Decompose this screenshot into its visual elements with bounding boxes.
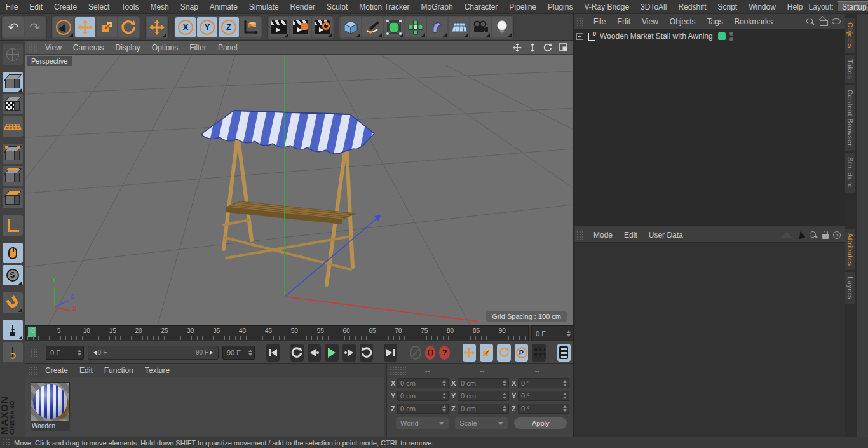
model-mode-button[interactable] <box>3 72 23 92</box>
tab-structure[interactable]: Structure <box>845 153 855 193</box>
material-thumbnail[interactable]: Wooden <box>31 382 71 433</box>
workplane-align-button[interactable] <box>3 342 23 362</box>
material-menu-item[interactable]: Create <box>39 363 74 377</box>
live-selection-button[interactable] <box>53 17 74 37</box>
viewport-canvas[interactable]: Perspective Grid Spacing : 100 cm Y Z X <box>25 55 573 325</box>
tab-objects[interactable]: Objects <box>845 18 855 53</box>
spinner[interactable] <box>503 380 508 386</box>
panel-grip[interactable] <box>28 366 37 375</box>
viewport-menu-item[interactable]: Cameras <box>67 41 110 55</box>
expand-icon[interactable] <box>576 33 583 40</box>
lock-icon[interactable] <box>822 234 829 239</box>
attribute-menu-item[interactable]: Mode <box>588 228 618 242</box>
tweak-mode-button[interactable] <box>3 243 23 263</box>
tab-layers[interactable]: Layers <box>845 272 855 304</box>
menubar-item[interactable]: File <box>0 0 24 14</box>
menubar-item[interactable]: Pipeline <box>503 0 542 14</box>
spinner[interactable] <box>567 330 573 337</box>
menubar-item[interactable]: Character <box>459 0 504 14</box>
subdivision-surface-button[interactable] <box>384 17 404 37</box>
menubar-item[interactable]: Snap <box>175 0 204 14</box>
coordinate-input[interactable]: 0 ° <box>518 378 569 388</box>
previous-key-button[interactable] <box>290 344 304 362</box>
preview-range-slider[interactable]: 0 F 90 F <box>88 346 219 360</box>
search-icon[interactable] <box>806 17 815 26</box>
market-stall-model[interactable] <box>202 111 374 285</box>
record-keyframe-button[interactable] <box>425 346 436 360</box>
object-manager-menu-item[interactable]: Bookmarks <box>729 15 778 29</box>
attribute-menu-item[interactable]: Edit <box>618 228 643 242</box>
coordinate-input[interactable]: 0 cm <box>458 378 509 388</box>
menubar-item[interactable]: Edit <box>24 0 48 14</box>
menubar-item[interactable]: Window <box>743 0 782 14</box>
y-axis-lock-button[interactable]: Y <box>197 17 217 37</box>
menubar-item[interactable]: Render <box>285 0 321 14</box>
spinner[interactable] <box>503 393 508 399</box>
light-button[interactable] <box>492 17 512 37</box>
menubar-item[interactable]: Select <box>83 0 115 14</box>
spinner[interactable] <box>442 393 448 399</box>
viewport-menu-item[interactable]: Display <box>109 41 146 55</box>
goto-end-button[interactable] <box>384 344 397 362</box>
coordinate-input[interactable]: 0 cm <box>397 404 449 414</box>
object-manager-menu-item[interactable]: Edit <box>611 15 636 29</box>
attribute-manager-body[interactable] <box>574 243 857 437</box>
coordinate-input[interactable]: 0 cm <box>458 404 509 414</box>
z-axis-lock-button[interactable]: Z <box>219 17 239 37</box>
panel-grip[interactable] <box>576 17 585 26</box>
spinner[interactable] <box>248 350 254 356</box>
undo-button[interactable]: ↶ <box>3 17 24 37</box>
primitive-cube-button[interactable] <box>341 17 361 37</box>
render-view-button[interactable] <box>269 17 289 37</box>
coordinate-input[interactable]: 0 ° <box>518 404 569 414</box>
layer-color-swatch[interactable] <box>718 32 726 40</box>
polygons-mode-button[interactable] <box>3 188 23 208</box>
panel-grip[interactable] <box>3 438 11 447</box>
spinner[interactable] <box>563 393 569 399</box>
autokey-toggle[interactable] <box>410 346 421 360</box>
make-editable-button[interactable] <box>3 44 23 65</box>
spinner[interactable] <box>563 405 569 412</box>
menubar-item[interactable]: Help <box>782 0 809 14</box>
snap-button[interactable] <box>3 292 23 313</box>
spinner[interactable] <box>503 405 508 412</box>
viewport-rotate-icon[interactable] <box>543 43 553 53</box>
goto-start-button[interactable] <box>266 344 280 362</box>
filter-eye-icon[interactable] <box>832 18 841 24</box>
points-mode-button[interactable] <box>3 144 23 164</box>
viewport-maximize-icon[interactable] <box>558 43 568 53</box>
previous-frame-button[interactable] <box>308 344 321 362</box>
render-picture-viewer-button[interactable] <box>290 17 311 37</box>
menubar-item[interactable]: Simulate <box>243 0 285 14</box>
spinner[interactable] <box>78 350 83 356</box>
record-parameter-toggle[interactable]: P <box>515 344 528 362</box>
menubar-item[interactable]: Create <box>48 0 83 14</box>
spline-pen-button[interactable] <box>362 17 383 37</box>
material-menu-item[interactable]: Texture <box>139 363 175 377</box>
menubar-item[interactable]: Sculpt <box>321 0 353 14</box>
texture-mode-button[interactable] <box>3 94 23 114</box>
next-frame-button[interactable] <box>342 344 356 362</box>
visibility-toggles[interactable] <box>729 32 733 41</box>
floor-environment-button[interactable] <box>449 17 469 37</box>
record-rotation-toggle[interactable] <box>497 344 510 362</box>
play-button[interactable] <box>325 344 338 362</box>
object-manager-list[interactable]: 0 Wooden Market Stall with Awning <box>574 29 857 225</box>
keyframe-help-button[interactable]: ? <box>439 346 450 360</box>
object-manager-menu-item[interactable]: View <box>636 15 664 29</box>
apply-button[interactable]: Apply <box>514 417 567 429</box>
search-icon[interactable] <box>809 231 818 240</box>
viewport-menu-item[interactable]: Panel <box>212 41 243 55</box>
coordinate-input[interactable]: 0 cm <box>458 391 509 401</box>
record-pla-toggle[interactable] <box>532 344 545 362</box>
viewport-menu-item[interactable]: Filter <box>184 41 212 55</box>
record-scale-toggle[interactable] <box>480 344 493 362</box>
menubar-item[interactable]: Tools <box>115 0 144 14</box>
workplane-mode-button[interactable] <box>3 116 23 137</box>
current-frame-field[interactable]: 0 F <box>46 346 84 360</box>
timeline-mode-button[interactable] <box>557 344 571 362</box>
range-left-arrow-icon[interactable] <box>93 350 97 355</box>
menubar-item[interactable]: Animate <box>204 0 243 14</box>
edges-mode-button[interactable] <box>3 166 23 186</box>
deformer-button[interactable] <box>427 17 447 37</box>
